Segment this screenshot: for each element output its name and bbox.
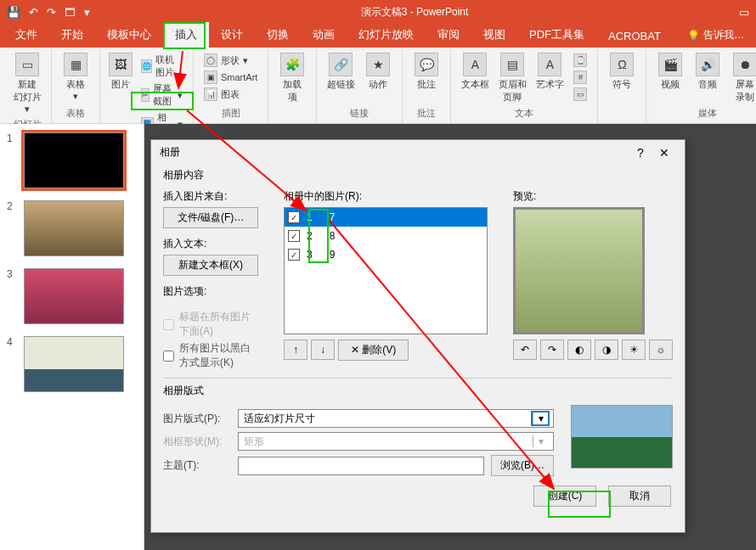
slide-thumb-2[interactable] [24,200,124,256]
tell-me[interactable]: 💡 告诉我… [679,23,753,48]
qat-save-icon[interactable]: 💾 [7,6,20,19]
group-table-label: 表格 [57,105,94,123]
checkbox-icon[interactable]: ✓ [288,249,300,261]
rotate-right-button[interactable]: ↷ [540,340,564,360]
caption-checkbox[interactable]: 标题在所有图片下面(A) [163,310,258,339]
file-disk-button[interactable]: 文件/磁盘(F)… [163,207,258,228]
tab-insert[interactable]: 插入 [163,22,209,48]
qat-slideshow-icon[interactable]: 🗔 [65,6,76,19]
new-textbox-button[interactable]: 新建文本框(X) [163,255,258,276]
group-addins-label [274,118,311,123]
bw-checkbox[interactable]: 所有图片以黑白方式显示(K) [163,341,258,370]
picture-list[interactable]: ✓17 ✓28 ✓39 [284,207,488,334]
chevron-down-icon[interactable]: ▾ [533,412,548,424]
text-extra-1[interactable]: ⌚ [570,53,590,68]
slide-thumb-3[interactable] [24,268,124,324]
shapes-button[interactable]: ◯形状 ▾ [200,53,261,68]
ribbon-options-icon[interactable]: ▭ [739,6,749,19]
picture-icon: 🖼 [109,53,133,76]
browse-button[interactable]: 浏览(B)… [491,455,554,476]
dialog-help-icon[interactable]: ? [629,146,652,160]
chart-button[interactable]: 📊图表 [200,87,261,102]
tab-design[interactable]: 设计 [209,22,255,48]
pic-layout-combo[interactable]: 适应幻灯片尺寸▾ [238,409,554,428]
theme-label: 主题(T): [163,458,231,473]
options-label: 图片选项: [163,284,258,299]
text-extra-3[interactable]: ▭ [570,87,590,102]
checkbox-icon[interactable]: ✓ [288,211,300,223]
list-title: 相册中的图片(R): [284,189,488,204]
slide-thumb-1[interactable] [24,132,124,188]
shapes-icon: ◯ [204,53,217,67]
link-icon: 🔗 [329,53,353,76]
brightness-up-button[interactable]: ☀ [622,340,646,360]
brightness-down-button[interactable]: ☼ [649,340,673,360]
audio-button[interactable]: 🔊音频 [689,51,726,105]
dialog-close-icon[interactable]: ✕ [652,146,676,160]
group-symbol-label [603,118,640,123]
addins-button[interactable]: 🧩加载 项 [274,51,311,105]
qat-undo-icon[interactable]: ↶ [29,6,38,19]
screenshot-button[interactable]: ✂屏幕截图 ▾ [138,81,186,109]
group-media-label: 媒体 [652,105,756,123]
video-button[interactable]: 🎬视频 [652,51,689,105]
qat-redo-icon[interactable]: ↷ [47,6,56,19]
record-icon: ⏺ [733,53,756,76]
create-button[interactable]: 创建(C) [533,485,596,507]
move-up-button[interactable]: ↑ [284,340,307,360]
comment-button[interactable]: 💬批注 [408,51,445,93]
section-content-label: 相册内容 [163,168,673,182]
new-slide-button[interactable]: ▭新建 幻灯片▾ [8,51,46,116]
qat-more-icon[interactable]: ▾ [84,6,90,19]
comment-icon: 💬 [415,53,438,76]
hyperlink-button[interactable]: 🔗超链接 [322,51,359,93]
photo-album-dialog: 相册 ? ✕ 相册内容 插入图片来自: 文件/磁盘(F)… 插入文本: 新建文本… [150,139,685,533]
checkbox-icon[interactable]: ✓ [288,230,300,242]
tab-acrobat[interactable]: ACROBAT [596,25,673,48]
wordart-icon: A [538,53,561,76]
remove-button[interactable]: ✕ 删除(V) [338,340,409,361]
tab-transition[interactable]: 切换 [255,22,301,48]
contrast-up-button[interactable]: ◐ [567,340,591,360]
table-button[interactable]: ▦表格▾ [57,51,94,104]
smartart-button[interactable]: ▣SmartArt [200,70,261,85]
header-icon: ▤ [500,53,524,76]
wordart-button[interactable]: A艺术字 [531,51,568,105]
symbol-icon: Ω [610,53,634,76]
layout-preview [571,405,673,469]
smartart-icon: ▣ [204,70,217,84]
symbol-button[interactable]: Ω符号 [603,51,640,93]
audio-icon: 🔊 [696,53,719,76]
contrast-down-button[interactable]: ◑ [595,340,618,360]
slide-number: 1 [7,132,19,188]
tab-file[interactable]: 文件 [3,22,49,48]
tab-slideshow[interactable]: 幻灯片放映 [347,22,426,48]
slide-thumb-4[interactable] [24,336,124,392]
list-item[interactable]: ✓17 [285,208,487,227]
list-item[interactable]: ✓39 [285,245,487,264]
tab-view[interactable]: 视图 [471,22,517,48]
preview-label: 预览: [513,189,673,204]
tab-animation[interactable]: 动画 [301,22,347,48]
move-down-button[interactable]: ↓ [311,340,335,360]
cancel-button[interactable]: 取消 [608,485,671,507]
tab-templates[interactable]: 模板中心 [95,22,163,48]
screen-rec-button[interactable]: ⏺屏幕 录制 [726,51,756,105]
tab-review[interactable]: 审阅 [426,22,471,48]
text-extra-2[interactable]: # [570,70,590,85]
list-item[interactable]: ✓28 [285,227,487,245]
tab-pdf[interactable]: PDF工具集 [517,22,596,48]
title-bar: 💾 ↶ ↷ 🗔 ▾ 演示文稿3 - PowerPoint ▭ [0,0,756,24]
rotate-left-button[interactable]: ↶ [513,340,537,360]
textbox-button[interactable]: A文本框 [456,51,494,105]
theme-input[interactable] [238,457,484,475]
slide-number: 3 [7,268,19,324]
tab-home[interactable]: 开始 [49,22,95,48]
dialog-title: 相册 [160,145,180,160]
chart-icon: 📊 [204,87,217,101]
header-footer-button[interactable]: ▤页眉和页脚 [494,51,531,105]
pic-layout-label: 图片版式(P): [163,412,231,426]
online-pictures-button[interactable]: 🌐联机图片 [138,53,186,80]
action-button[interactable]: ★动作 [359,51,397,93]
quick-access-toolbar: 💾 ↶ ↷ 🗔 ▾ [7,6,90,19]
